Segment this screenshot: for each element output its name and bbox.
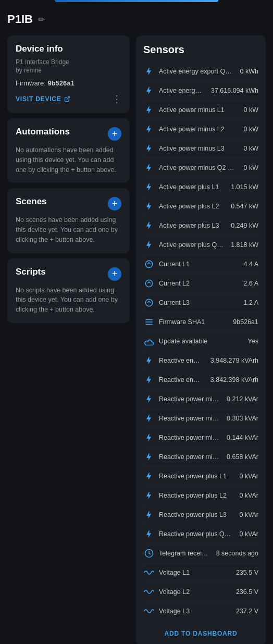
sensor-row[interactable]: Reactive power plus L30 kVAr xyxy=(143,505,258,525)
firmware-value: 9b526a1 xyxy=(47,79,74,87)
sensor-row[interactable]: Active power plus Q1 Q41.818 kW xyxy=(143,236,258,255)
sensor-name: Active power plus L2 xyxy=(159,203,224,210)
bolt-icon xyxy=(143,509,155,521)
device-actions: VISIT DEVICE ⋮ xyxy=(16,93,121,105)
scripts-title: Scripts xyxy=(16,267,46,277)
main-layout: Device info P1 Interface Bridge by remne… xyxy=(7,35,266,644)
sensor-value: 0 kVAr xyxy=(239,473,258,480)
bolt-icon xyxy=(143,393,155,405)
sensor-name: Reactive power minus L2 xyxy=(159,415,219,422)
sensor-row[interactable]: Update availableYes xyxy=(143,332,258,351)
sensors-title: Sensors xyxy=(143,44,258,56)
sensor-row[interactable]: Reactive power plus L20 kVAr xyxy=(143,486,258,505)
current-icon xyxy=(143,278,155,289)
automations-title: Automations xyxy=(16,127,70,137)
sensor-row[interactable]: Active power minus L10 kW xyxy=(143,101,258,120)
add-to-dashboard-button[interactable]: ADD TO DASHBOARD xyxy=(143,628,258,637)
bolt-icon xyxy=(143,355,155,366)
add-automation-button[interactable]: + xyxy=(108,127,121,141)
bolt-icon xyxy=(143,85,155,96)
sensor-value: 0.547 kW xyxy=(231,203,258,210)
automations-description: No automations have been added using thi… xyxy=(16,145,121,175)
sensor-name: Reactive power plus L1 xyxy=(159,473,232,480)
sensor-name: Reactive power plus L2 xyxy=(159,492,232,499)
sensors-card: Sensors Active energy export Q2 Q30 kWhA… xyxy=(136,35,266,644)
sensor-row[interactable]: Active power minus Q2 Q30 kW xyxy=(143,158,258,178)
sensor-row[interactable]: Active power plus L20.547 kW xyxy=(143,197,258,216)
sensor-name: Reactive power plus L3 xyxy=(159,511,232,518)
visit-device-button[interactable]: VISIT DEVICE xyxy=(16,95,70,103)
sensor-name: Active power plus Q1 Q4 xyxy=(159,241,224,249)
bolt-icon xyxy=(143,220,155,231)
sensor-value: 0.658 kVAr xyxy=(227,453,258,461)
svg-line-0 xyxy=(67,97,70,100)
sensor-row[interactable]: Active energy export Q2 Q30 kWh xyxy=(143,62,258,81)
sensor-value: 3,842.398 kVArh xyxy=(210,376,258,383)
sensor-row[interactable]: Reactive power plus Q1 Q20 kVAr xyxy=(143,525,258,544)
device-info-card: Device info P1 Interface Bridge by remne… xyxy=(7,35,130,113)
sensor-name: Active power minus L2 xyxy=(159,126,237,133)
sensor-value: 1.2 A xyxy=(244,299,259,306)
firmware-label: Firmware: xyxy=(16,79,46,87)
add-scene-button[interactable]: + xyxy=(108,197,121,210)
sensor-row[interactable]: Active power minus L20 kW xyxy=(143,120,258,139)
sensor-name: Active power plus L1 xyxy=(159,183,224,191)
wave-icon xyxy=(143,567,155,578)
sensor-value: 1.818 kW xyxy=(231,241,258,249)
sensor-row[interactable]: Active energy imp…37,616.094 kWh xyxy=(143,81,258,101)
wave-icon xyxy=(143,586,155,598)
more-options-button[interactable]: ⋮ xyxy=(112,93,121,105)
wave-icon xyxy=(143,605,155,617)
automations-card: Automations + No automations have been a… xyxy=(7,118,130,183)
sensor-name: Active power minus Q2 Q3 xyxy=(159,164,237,171)
external-link-icon xyxy=(64,96,70,102)
sensor-name: Active power minus L1 xyxy=(159,106,237,114)
sensor-name: Current L1 xyxy=(159,261,237,268)
device-info-by: by remne xyxy=(16,67,121,74)
sensor-row[interactable]: Voltage L1235.5 V xyxy=(143,563,258,583)
sensor-row[interactable]: Reactive power minus L20.303 kVAr xyxy=(143,409,258,428)
sensor-name: Current L2 xyxy=(159,280,237,287)
current-icon xyxy=(143,297,155,308)
sensor-value: 0 kW xyxy=(244,164,258,171)
visit-device-label: VISIT DEVICE xyxy=(16,95,61,103)
sensor-name: Reactive power minus Q… xyxy=(159,453,219,461)
scenes-description: No scenes have been added using this dev… xyxy=(16,215,121,244)
sensor-name: Active power plus L3 xyxy=(159,222,224,229)
edit-icon[interactable]: ✏ xyxy=(38,15,45,24)
sensor-row[interactable]: Reactive power minus L30.144 kVAr xyxy=(143,428,258,448)
add-script-button[interactable]: + xyxy=(108,267,121,281)
sensor-row[interactable]: Reactive energy i…3,842.398 kVArh xyxy=(143,370,258,390)
scripts-description: No scripts have been added using this de… xyxy=(16,286,121,315)
sensor-row[interactable]: Active power minus L30 kW xyxy=(143,139,258,158)
sensor-row[interactable]: Reactive energy e…3,948.279 kVArh xyxy=(143,351,258,370)
bolt-icon xyxy=(143,201,155,212)
sensor-name: Voltage L2 xyxy=(159,588,229,596)
bolt-icon xyxy=(143,66,155,77)
sensor-row[interactable]: Reactive power minus L10.212 kVAr xyxy=(143,390,258,409)
left-column: Device info P1 Interface Bridge by remne… xyxy=(7,35,130,323)
sensor-value: 235.5 V xyxy=(236,569,258,576)
device-info-title: Device info xyxy=(16,44,121,54)
sensor-row[interactable]: Reactive power minus Q…0.658 kVAr xyxy=(143,448,258,467)
sensor-value: 0.303 kVAr xyxy=(227,415,258,422)
sensor-name: Active energy export Q2 Q3 xyxy=(159,68,233,75)
sensor-row[interactable]: Current L22.6 A xyxy=(143,274,258,293)
sensor-row[interactable]: Current L31.2 A xyxy=(143,293,258,313)
sensor-value: 3,948.279 kVArh xyxy=(210,357,258,364)
sensor-name: Reactive power minus L1 xyxy=(159,395,219,403)
sensor-value: 237.2 V xyxy=(236,608,258,615)
bolt-icon xyxy=(143,528,155,540)
sensor-row[interactable]: Current L14.4 A xyxy=(143,255,258,274)
sensor-name: Reactive power minus L3 xyxy=(159,434,219,441)
sensor-row[interactable]: Firmware SHA19b526a1 xyxy=(143,313,258,332)
sensor-row[interactable]: Active power plus L11.015 kW xyxy=(143,178,258,197)
sensor-row[interactable]: Voltage L2236.5 V xyxy=(143,583,258,602)
scripts-card: Scripts + No scripts have been added usi… xyxy=(7,258,130,323)
bolt-icon xyxy=(143,123,155,135)
sensor-value: 0.249 kW xyxy=(231,222,258,229)
sensor-row[interactable]: Active power plus L30.249 kW xyxy=(143,216,258,236)
sensor-row[interactable]: Voltage L3237.2 V xyxy=(143,602,258,621)
sensor-row[interactable]: Reactive power plus L10 kVAr xyxy=(143,467,258,486)
sensor-row[interactable]: Telegram received8 seconds ago xyxy=(143,544,258,563)
